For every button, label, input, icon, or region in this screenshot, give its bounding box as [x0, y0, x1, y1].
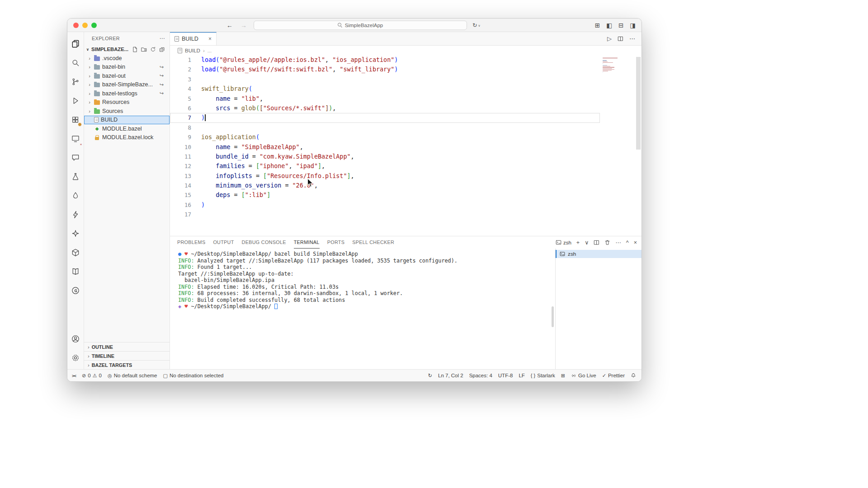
panel-tab-debug-console[interactable]: DEBUG CONSOLE	[242, 236, 286, 249]
new-file-button[interactable]	[132, 47, 138, 52]
activity-account-icon[interactable]	[67, 329, 84, 348]
minimize-window-button[interactable]	[82, 23, 88, 28]
code-line-2[interactable]: 2load("@rules_swift//swift:swift.bzl", "…	[170, 65, 600, 74]
prettier-status[interactable]: ✓Prettier	[602, 373, 625, 379]
sidebar-more-actions-button[interactable]: ⋯	[160, 35, 165, 42]
grid-status[interactable]: ⊞	[561, 373, 565, 379]
scheme-status[interactable]: ◎No default scheme	[108, 373, 157, 379]
code-line-17[interactable]: 17	[170, 210, 600, 219]
language-mode[interactable]: { }Starlark	[531, 373, 555, 378]
close-panel-button[interactable]: ×	[634, 239, 637, 246]
tree-item-bazel-simplebaze-[interactable]: ›bazel-SimpleBaze...↪	[84, 80, 170, 89]
go-live-status[interactable]: Go Live	[571, 373, 596, 378]
tree-item-resources[interactable]: ›Resources	[84, 98, 170, 107]
toggle-primary-sidebar-icon[interactable]: ◧	[606, 22, 612, 29]
indentation-status[interactable]: Spaces: 4	[469, 373, 492, 378]
activity-settings-icon[interactable]	[67, 348, 84, 367]
cursor-position[interactable]: Ln 7, Col 2	[438, 373, 463, 378]
problems-status[interactable]: ⊘0⚠0	[82, 373, 102, 379]
activity-flask-icon[interactable]	[67, 186, 84, 205]
code-line-16[interactable]: 16)	[170, 200, 600, 210]
toggle-panel-icon[interactable]: ⊟	[618, 22, 623, 29]
encoding-status[interactable]: UTF-8	[498, 373, 513, 378]
code-line-1[interactable]: 1load("@rules_apple//apple:ios.bzl", "io…	[170, 55, 600, 65]
activity-gitlens-icon[interactable]	[67, 281, 84, 300]
panel-tab-spell-checker[interactable]: SPELL CHECKER	[352, 236, 394, 249]
command-center[interactable]: SimpleBazelApp	[254, 20, 467, 30]
activity-sparkle-icon[interactable]	[67, 224, 84, 243]
collapse-folders-button[interactable]	[159, 47, 165, 52]
tree-item-bazel-out[interactable]: ›bazel-out↪	[84, 71, 170, 80]
code-line-6[interactable]: 6 srcs = glob(["Sources/*.swift"]),	[170, 103, 600, 113]
tree-item-module-bazel[interactable]: ◆MODULE.bazel	[84, 124, 170, 133]
forward-button[interactable]: →	[241, 22, 247, 29]
section-bazel-targets[interactable]: ›BAZEL TARGETS	[84, 360, 170, 369]
code-line-10[interactable]: 10 name = "SimpleBazelApp",	[170, 142, 600, 152]
close-window-button[interactable]	[73, 23, 79, 28]
terminal-profile-button[interactable]: zsh	[556, 239, 571, 245]
terminal[interactable]: ● ♥ ~/Desktop/SimpleBazelApp/ bazel buil…	[170, 249, 555, 369]
panel-tab-ports[interactable]: PORTS	[327, 236, 345, 249]
activity-docs-icon[interactable]	[67, 262, 84, 281]
layout-control[interactable]: ↻ ∨	[472, 22, 481, 28]
activity-testing-icon[interactable]	[67, 167, 84, 186]
eol-status[interactable]: LF	[519, 373, 524, 378]
activity-source-control-icon[interactable]	[67, 72, 84, 91]
code-line-15[interactable]: 15 deps = [":lib"]	[170, 190, 600, 200]
code-line-7[interactable]: 7)	[170, 113, 600, 122]
minimap[interactable]	[603, 57, 634, 73]
tree-item--vscode[interactable]: ›.vscode	[84, 54, 170, 63]
more-editor-actions-button[interactable]: ⋯	[629, 35, 635, 42]
breadcrumb[interactable]: BUILD › ...	[170, 46, 642, 55]
destination-status[interactable]: ▢No destination selected	[163, 373, 224, 379]
activity-remote-explorer-icon[interactable]: ×	[67, 129, 84, 148]
section-timeline[interactable]: ›TIMELINE	[84, 351, 170, 360]
close-tab-icon[interactable]: ×	[208, 36, 212, 42]
customize-layout-icon[interactable]: ⊞	[595, 22, 600, 29]
split-editor-button[interactable]	[618, 36, 623, 42]
code-editor[interactable]: 1load("@rules_apple//apple:ios.bzl", "io…	[170, 55, 642, 236]
terminal-list-item-zsh[interactable]: zsh	[556, 250, 642, 258]
activity-run-debug-icon[interactable]	[67, 91, 84, 110]
tree-item-bazel-bin[interactable]: ›bazel-bin↪	[84, 63, 170, 72]
code-line-8[interactable]: 8	[170, 123, 600, 132]
refresh-explorer-button[interactable]	[150, 47, 156, 52]
panel-tab-output[interactable]: OUTPUT	[213, 236, 234, 249]
sync-status[interactable]: ↻	[428, 373, 432, 379]
activity-package-icon[interactable]	[67, 243, 84, 262]
new-terminal-button[interactable]: +	[576, 239, 580, 246]
tree-item-module-bazel-lock[interactable]: MODULE.bazel.lock	[84, 133, 170, 142]
code-line-14[interactable]: 14 minimum_os_version = "26.0",	[170, 181, 600, 190]
new-folder-button[interactable]	[141, 47, 147, 52]
activity-chat-icon[interactable]	[67, 148, 84, 167]
panel-tab-problems[interactable]: PROBLEMS	[177, 236, 205, 249]
launch-profile-chevron[interactable]: ∨	[585, 239, 589, 246]
section-outline[interactable]: ›OUTLINE	[84, 342, 170, 351]
tree-item-sources[interactable]: ›Sources	[84, 107, 170, 116]
activity-search-icon[interactable]	[67, 53, 84, 72]
code-line-13[interactable]: 13 infoplists = ["Resources/Info.plist"]…	[170, 171, 600, 181]
remote-indicator[interactable]: ><	[72, 373, 76, 378]
tab-build[interactable]: BUILD ×	[170, 32, 217, 45]
kill-terminal-button[interactable]	[604, 239, 610, 245]
code-line-3[interactable]: 3	[170, 75, 600, 84]
run-build-button[interactable]: ▷	[607, 35, 612, 42]
code-line-9[interactable]: 9ios_application(	[170, 132, 600, 142]
code-line-5[interactable]: 5 name = "lib",	[170, 94, 600, 103]
panel-tab-terminal[interactable]: TERMINAL	[294, 236, 320, 249]
code-line-11[interactable]: 11 bundle_id = "com.kyaw.SimpleBazelApp"…	[170, 152, 600, 161]
zoom-window-button[interactable]	[91, 23, 97, 28]
code-line-4[interactable]: 4swift_library(	[170, 84, 600, 94]
workspace-root-row[interactable]: ∨ SIMPLEBAZE...	[84, 45, 170, 54]
activity-lightning-icon[interactable]	[67, 205, 84, 224]
terminal-scrollbar[interactable]	[552, 306, 554, 327]
code-line-12[interactable]: 12 families = ["iphone", "ipad"],	[170, 161, 600, 171]
maximize-panel-button[interactable]: ^	[626, 239, 629, 246]
back-button[interactable]: ←	[226, 22, 233, 29]
activity-explorer-icon[interactable]	[67, 34, 84, 53]
tree-item-build[interactable]: BUILD	[84, 116, 170, 125]
activity-extensions-icon[interactable]	[67, 110, 84, 129]
split-terminal-button[interactable]	[594, 239, 599, 245]
tree-item-bazel-testlogs[interactable]: ›bazel-testlogs↪	[84, 89, 170, 98]
editor-scrollbar[interactable]	[636, 57, 641, 150]
